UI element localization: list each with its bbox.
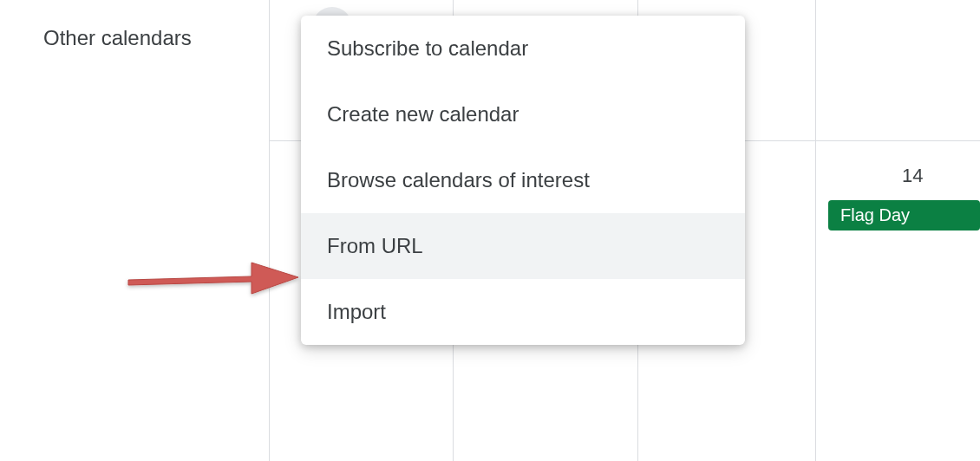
menu-item-from-url[interactable]: From URL (301, 213, 745, 279)
add-calendar-menu: Subscribe to calendar Create new calenda… (301, 16, 745, 345)
menu-item-subscribe[interactable]: Subscribe to calendar (301, 16, 745, 81)
menu-item-create-new[interactable]: Create new calendar (301, 81, 745, 147)
sidebar-section-label: Other calendars (43, 26, 192, 50)
grid-column (815, 0, 816, 461)
menu-item-browse[interactable]: Browse calendars of interest (301, 147, 745, 213)
day-number[interactable]: 14 (902, 165, 923, 187)
menu-item-import[interactable]: Import (301, 279, 745, 345)
arrow-annotation-icon (121, 247, 304, 308)
grid-column (269, 0, 270, 461)
event-chip[interactable]: Flag Day (828, 200, 980, 230)
